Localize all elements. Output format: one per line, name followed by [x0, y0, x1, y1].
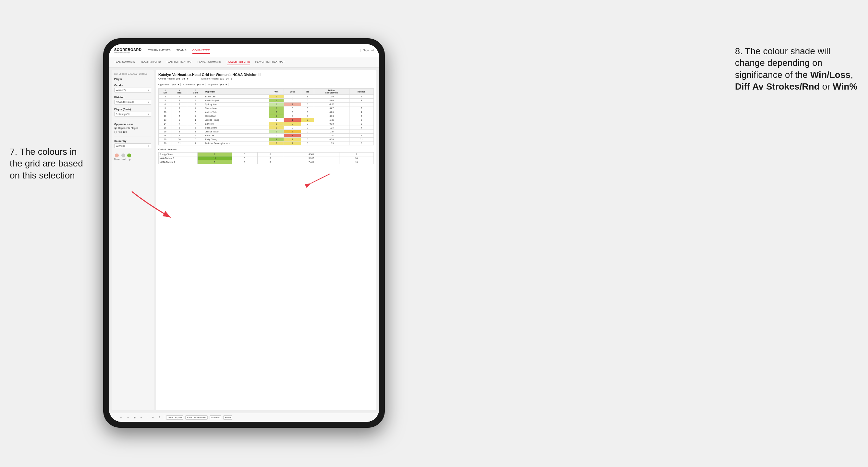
nav-separator: | — [360, 49, 361, 52]
share-button[interactable]: Share — [223, 415, 232, 419]
gender-select[interactable]: Women's ▼ — [114, 88, 151, 93]
radio-opponents-played-circle — [114, 127, 117, 129]
ood-rounds: 10 — [339, 160, 374, 164]
toolbar-dot[interactable]: · — [145, 416, 149, 419]
save-custom-view-button[interactable]: Save Custom View — [185, 415, 208, 419]
cell-reg: 2 — [172, 134, 187, 137]
cell-win: 0 — [269, 118, 284, 122]
sub-nav-player-h2h-grid[interactable]: PLAYER H2H GRID — [227, 59, 250, 65]
sidebar-divider-2 — [114, 136, 151, 137]
toolbar-divider — [164, 415, 164, 420]
cell-conf: 1 — [187, 118, 204, 122]
cell-win: 4 — [269, 137, 284, 142]
view-original-button[interactable]: View: Original — [166, 415, 183, 419]
cell-rounds: 4 — [349, 95, 373, 99]
legend-up: Up — [127, 154, 131, 160]
sign-out-link[interactable]: Sign out — [363, 48, 374, 54]
nav-bar: SCOREBOARD Powered by clippd TOURNAMENTS… — [109, 44, 379, 57]
cell-opponent: Jessica Huang — [204, 118, 269, 122]
content-area: Katelyn Vo Head-to-Head Grid for Women's… — [156, 70, 376, 410]
cell-conf: 3 — [187, 102, 204, 106]
annotation-left: 7. The colours in the grid are based on … — [10, 146, 101, 181]
cell-div: 20 — [159, 142, 172, 145]
table-row: 13 3 1 Jessica Huang 0 1 2 -3.00 2 — [159, 118, 374, 122]
cell-loss: 1 — [284, 137, 301, 142]
toolbar-undo[interactable]: ↺ — [112, 416, 117, 419]
conference-filter-select[interactable]: (All) ▼ — [196, 83, 206, 86]
legend-down: Down — [114, 154, 120, 160]
cell-div: 16 — [159, 130, 172, 134]
cell-win: 1 — [269, 114, 284, 118]
nav-committee[interactable]: COMMITTEE — [192, 48, 210, 54]
timestamp: Last Updated: 27/03/2024 16:55:38 — [114, 73, 151, 75]
cell-diff: -1.00 — [314, 102, 349, 106]
table-row: 6 3 3 Sydney Kuo 1 1 0 -1.00 — [159, 102, 374, 106]
tablet-device: SCOREBOARD Powered by clippd TOURNAMENTS… — [103, 38, 385, 428]
cell-diff: 0.30 — [314, 137, 349, 142]
cell-loss: 2 — [284, 130, 301, 134]
ood-opponent: NCAA Division 2 — [159, 160, 197, 164]
player-rank-select[interactable]: 8. Katelyn Vo ▼ — [114, 112, 151, 117]
table-row: 16 3 1 Jessica Mason 1 2 0 -0.94 — [159, 130, 374, 134]
radio-opponents-played[interactable]: Opponents Played — [114, 127, 151, 129]
cell-opponent: Andrea York — [204, 110, 269, 114]
cell-diff: -0.94 — [314, 130, 349, 134]
opponent-filter-select[interactable]: (All) ▼ — [219, 83, 228, 86]
cell-tie: 0 — [301, 114, 314, 118]
colour-by-select[interactable]: Win/loss ▼ — [114, 144, 151, 148]
ood-tie: 0 — [257, 153, 283, 156]
cell-div: 13 — [159, 118, 172, 122]
grid-title: Katelyn Vo Head-to-Head Grid for Women's… — [158, 73, 374, 76]
cell-tie: 0 — [301, 142, 314, 145]
cell-tie: 0 — [301, 137, 314, 142]
ood-loss: 0 — [232, 160, 257, 164]
cell-div: 18 — [159, 134, 172, 137]
legend-up-dot — [127, 154, 131, 157]
toolbar-grid[interactable]: ⊞ — [132, 416, 137, 419]
cell-reg: 6 — [172, 110, 187, 114]
table-row: 9 1 4 Sharon Mun 1 0 0 3.67 3 — [159, 106, 374, 110]
logo: SCOREBOARD Powered by clippd — [114, 48, 142, 54]
toolbar-timer[interactable]: ⏱ — [157, 416, 162, 419]
opponent-view-section: Opponent view Opponents Played Top 100 — [114, 123, 151, 133]
ood-rounds: 30 — [339, 156, 374, 160]
cell-div: 14 — [159, 122, 172, 126]
player-rank-dropdown-arrow: ▼ — [148, 113, 150, 115]
division-select[interactable]: NCAA Division III ▼ — [114, 100, 151, 104]
cell-div: 10 — [159, 110, 172, 114]
cell-rounds: 3 — [349, 106, 373, 110]
cell-opponent: Alexis Sudjianto — [204, 99, 269, 102]
toolbar-cut[interactable]: ✂ — [139, 416, 144, 419]
cell-loss: 2 — [284, 122, 301, 126]
sub-nav-player-summary[interactable]: PLAYER SUMMARY — [197, 59, 222, 65]
watch-button[interactable]: Watch ▾ — [210, 415, 221, 420]
opponent-view-label: Opponent view — [114, 123, 151, 126]
cell-opponent: Stella Cheng — [204, 126, 269, 130]
table-row: 19 10 6 Emily Chang 4 1 0 0.30 11 — [159, 137, 374, 142]
sub-nav-team-h2h-grid[interactable]: TEAM H2H GRID — [141, 59, 161, 65]
cell-opponent: Eunice Yi — [204, 122, 269, 126]
conference-dropdown-arrow: ▼ — [202, 84, 204, 86]
cell-conf: 3 — [187, 110, 204, 114]
toolbar-back[interactable]: ← — [119, 416, 124, 419]
cell-loss: 1 — [284, 142, 301, 145]
out-of-division-header: Out of division — [158, 148, 374, 151]
record-row: Overall Record: 353 - 34 - 6 Division Re… — [158, 77, 374, 80]
sub-nav-player-h2h-heatmap[interactable]: PLAYER H2H HEATMAP — [255, 59, 285, 65]
cell-reg: 7 — [172, 122, 187, 126]
cell-diff: 3.67 — [314, 106, 349, 110]
nav-teams[interactable]: TEAMS — [177, 48, 187, 54]
radio-top-100[interactable]: Top 100 — [114, 130, 151, 133]
cell-opponent: Euna Lee — [204, 134, 269, 137]
nav-tournaments[interactable]: TOURNAMENTS — [148, 48, 170, 54]
tablet-screen: SCOREBOARD Powered by clippd TOURNAMENTS… — [109, 44, 379, 422]
toolbar-refresh[interactable]: ↻ — [151, 416, 155, 419]
sub-nav-team-h2h-heatmap[interactable]: TEAM H2H HEATMAP — [166, 59, 192, 65]
toolbar-forward[interactable]: → — [126, 416, 130, 419]
ood-diff: 9.267 — [283, 156, 339, 160]
opponents-filter-select[interactable]: (All) ▼ — [171, 83, 180, 86]
cell-reg: 1 — [172, 106, 187, 110]
cell-tie: 0 — [301, 122, 314, 126]
sub-nav-team-summary[interactable]: TEAM SUMMARY — [114, 59, 135, 65]
radio-opponents-played-label: Opponents Played — [118, 127, 138, 129]
